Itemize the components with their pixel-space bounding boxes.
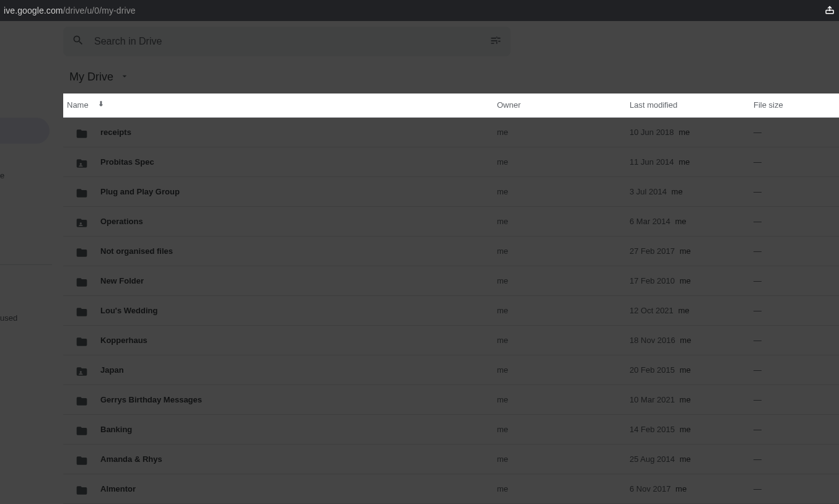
file-owner: me [497, 246, 630, 256]
sidebar: e used [0, 21, 63, 504]
breadcrumb-title: My Drive [69, 71, 113, 84]
folder-icon [76, 128, 88, 137]
file-name: receipts [100, 128, 131, 137]
svg-point-1 [80, 163, 82, 165]
file-size: — [753, 365, 839, 375]
shared-folder-icon [76, 217, 88, 227]
file-size: — [753, 425, 839, 434]
file-size: — [753, 454, 839, 464]
column-header-owner[interactable]: Owner [497, 100, 630, 110]
sidebar-separator [0, 264, 52, 265]
url-text: ive.google.com/drive/u/0/my-drive [4, 6, 136, 15]
file-modified: 14 Feb 2015 me [630, 425, 753, 434]
file-owner: me [497, 306, 630, 315]
file-name: Almentor [100, 484, 136, 493]
browser-url-bar[interactable]: ive.google.com/drive/u/0/my-drive [0, 0, 839, 21]
file-size: — [753, 128, 839, 137]
shared-folder-icon [76, 365, 88, 375]
table-row[interactable]: Lou's Weddingme12 Oct 2021 me— [63, 296, 839, 326]
file-owner: me [497, 484, 630, 493]
storage-used-label: used [0, 310, 63, 326]
folder-icon [76, 306, 88, 316]
file-modified: 11 Jun 2014 me [630, 157, 753, 167]
breadcrumb[interactable]: My Drive [63, 61, 839, 93]
folder-icon [76, 336, 88, 345]
sidebar-item[interactable]: e [0, 167, 63, 184]
svg-point-2 [80, 222, 82, 224]
table-row[interactable]: receiptsme10 Jun 2018 me— [63, 118, 839, 147]
file-name: Kopperhaus [100, 336, 147, 345]
file-name: Amanda & Rhys [100, 454, 162, 464]
file-owner: me [497, 157, 630, 167]
table-header: Name Owner Last modified File size [63, 93, 839, 118]
file-owner: me [497, 425, 630, 434]
search-icon [72, 34, 84, 49]
file-name: Probitas Spec [100, 157, 154, 167]
folder-icon [76, 276, 88, 286]
dropdown-arrow-icon[interactable] [120, 71, 130, 84]
file-owner: me [497, 217, 630, 226]
search-filters-icon[interactable] [490, 34, 502, 49]
topbar [63, 21, 839, 61]
file-size: — [753, 157, 839, 167]
file-owner: me [497, 454, 630, 464]
folder-icon [76, 425, 88, 435]
file-modified: 17 Feb 2010 me [630, 276, 753, 285]
file-name: Not organised files [100, 246, 173, 256]
table-row[interactable]: Kopperhausme18 Nov 2016 me— [63, 326, 839, 355]
file-modified: 6 Nov 2017 me [630, 484, 753, 493]
table-row[interactable]: Plug and Play Groupme3 Jul 2014 me— [63, 177, 839, 207]
table-row[interactable]: Japanme20 Feb 2015 me— [63, 355, 839, 385]
file-modified: 20 Feb 2015 me [630, 365, 753, 375]
table-row[interactable]: Probitas Specme11 Jun 2014 me— [63, 147, 839, 177]
file-modified: 6 Mar 2014 me [630, 217, 753, 226]
file-name: Lou's Wedding [100, 306, 157, 315]
file-owner: me [497, 336, 630, 345]
file-modified: 10 Jun 2018 me [630, 128, 753, 137]
table-row[interactable]: Gerrys Birthday Messagesme10 Mar 2021 me… [63, 385, 839, 415]
folder-icon [76, 484, 88, 494]
folder-icon [76, 187, 88, 197]
file-owner: me [497, 395, 630, 404]
file-modified: 18 Nov 2016 me [630, 336, 753, 345]
folder-icon [76, 454, 88, 464]
file-size: — [753, 217, 839, 226]
file-size: — [753, 395, 839, 404]
table-row[interactable]: Not organised filesme27 Feb 2017 me— [63, 237, 839, 266]
file-modified: 25 Aug 2014 me [630, 454, 753, 464]
table-row[interactable]: Amanda & Rhysme25 Aug 2014 me— [63, 445, 839, 474]
file-owner: me [497, 276, 630, 285]
column-header-modified[interactable]: Last modified [630, 100, 753, 110]
file-owner: me [497, 187, 630, 196]
file-modified: 12 Oct 2021 me [630, 306, 753, 315]
file-name: New Folder [100, 276, 144, 285]
column-header-size[interactable]: File size [753, 100, 839, 110]
file-name: Banking [100, 425, 132, 434]
file-modified: 10 Mar 2021 me [630, 395, 753, 404]
file-owner: me [497, 128, 630, 137]
table-row[interactable]: Bankingme14 Feb 2015 me— [63, 415, 839, 445]
svg-point-3 [80, 371, 82, 373]
folder-icon [76, 246, 88, 256]
file-name: Plug and Play Group [100, 187, 180, 196]
file-owner: me [497, 365, 630, 375]
file-modified: 27 Feb 2017 me [630, 246, 753, 256]
folder-icon [76, 395, 88, 405]
search-box[interactable] [63, 27, 511, 56]
table-row[interactable]: Almentorme6 Nov 2017 me— [63, 474, 839, 504]
sort-descending-icon [96, 99, 106, 111]
new-button[interactable] [0, 118, 50, 144]
share-icon[interactable] [824, 4, 835, 17]
file-name: Operations [100, 217, 143, 226]
file-size: — [753, 187, 839, 196]
table-row[interactable]: New Folderme17 Feb 2010 me— [63, 266, 839, 296]
file-list: receiptsme10 Jun 2018 me—Probitas Specme… [63, 118, 839, 504]
file-modified: 3 Jul 2014 me [630, 187, 753, 196]
file-size: — [753, 484, 839, 493]
file-size: — [753, 306, 839, 315]
search-input[interactable] [94, 36, 480, 47]
table-row[interactable]: Operationsme6 Mar 2014 me— [63, 207, 839, 237]
file-size: — [753, 246, 839, 256]
column-header-name[interactable]: Name [63, 99, 497, 111]
file-name: Gerrys Birthday Messages [100, 395, 202, 404]
